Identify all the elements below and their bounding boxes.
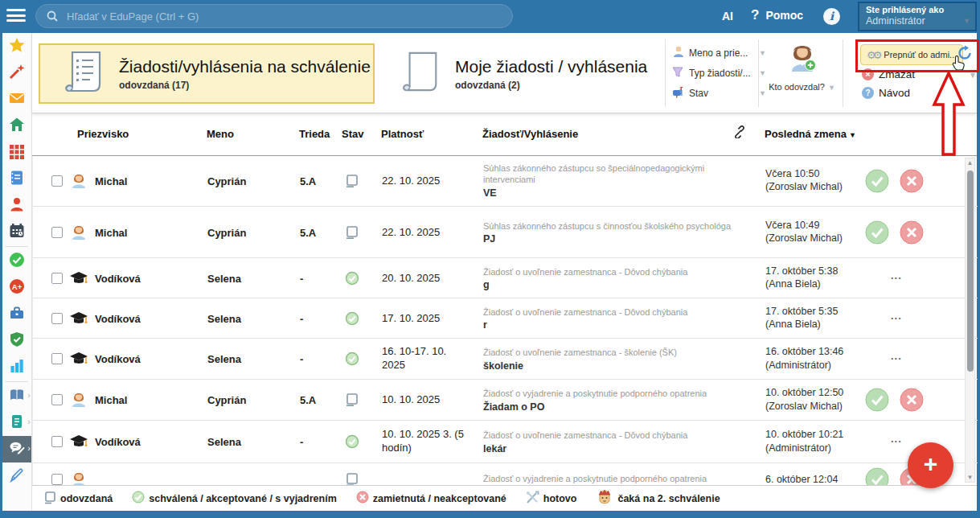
request-cell[interactable]: Súhlas zákonného zástupcu so špeciálnope… — [483, 162, 748, 199]
sidebar-item-substitution[interactable] — [2, 192, 31, 219]
col-validity[interactable]: Platnosť — [381, 128, 424, 140]
scrollbar-thumb[interactable] — [967, 171, 974, 372]
global-search[interactable] — [35, 4, 513, 28]
more-actions-button[interactable]: ... — [891, 350, 902, 362]
table-row[interactable]: Michal Cyprián 5.A 22. 10. 2025 Súhlas z… — [33, 207, 978, 258]
row-checkbox[interactable] — [51, 313, 63, 324]
tab-my-requests[interactable]: Moje žiadosti / vyhlásenia odovzdaná (2) — [386, 43, 666, 104]
request-cell[interactable]: Súhlas zákonného zástupcu s činnosťou šk… — [483, 220, 748, 245]
question-circle-icon — [862, 87, 874, 99]
last-change-cell: 10. október 12:50(Zoroslav Michal) — [765, 386, 878, 413]
chevron-down-icon — [828, 84, 835, 92]
col-name[interactable]: Meno — [207, 128, 234, 140]
approve-button[interactable] — [865, 169, 889, 196]
guide-button[interactable]: Návod — [862, 87, 910, 99]
reject-button[interactable] — [900, 169, 924, 196]
logged-in-user-menu[interactable]: Ste prihlásený ako Administrátor ▼ — [858, 2, 977, 31]
add-request-fab[interactable]: + — [908, 442, 953, 488]
sidebar-item-statistics[interactable] — [2, 354, 31, 380]
sidebar-item-wizard[interactable] — [2, 60, 31, 86]
more-actions-button[interactable]: ... — [891, 269, 902, 282]
sidebar-item-home[interactable] — [2, 113, 31, 139]
chat-requests-icon — [8, 439, 26, 460]
help-button[interactable]: ? Pomoc — [751, 9, 803, 22]
filter-who-submitted[interactable]: Kto odovzdal? — [768, 41, 836, 92]
filter-status[interactable]: Stav — [671, 83, 766, 103]
briefcase-icon — [8, 304, 26, 325]
rejected-x-icon — [356, 491, 369, 506]
class-cell: 5.A — [300, 226, 316, 238]
request-cell[interactable]: Žiadosť o uvoľnenie zamestnanca - Dôvod … — [483, 306, 748, 331]
bar-chart-icon — [8, 357, 26, 378]
info-icon[interactable]: i — [823, 8, 840, 25]
sidebar-item-messages[interactable] — [2, 86, 31, 113]
sidebar-item-reports[interactable] — [2, 409, 31, 436]
legend-waiting: čaká na 2. schválenie — [596, 487, 720, 509]
request-cell[interactable]: Žiadosť o uvoľnenie zamestnanca - školen… — [483, 347, 748, 372]
table-row[interactable]: Vodíková Selena - 10. 10. 2025 3. (5 hod… — [33, 421, 978, 463]
sidebar-item-editor[interactable] — [2, 462, 31, 489]
status-icon — [345, 472, 359, 485]
table-row[interactable]: Vodíková Selena - 20. 10. 2025 Žiadosť o… — [33, 258, 978, 298]
envelope-icon — [8, 89, 26, 110]
approved-check-icon — [132, 491, 145, 506]
col-request[interactable]: Žiadosť/Vyhlásenie — [482, 128, 578, 140]
approve-button[interactable] — [865, 467, 889, 485]
table-row[interactable]: Michal Cyprián 5.A 22. 10. 2025 Súhlas z… — [33, 155, 978, 207]
tab-requests-to-approve[interactable]: Žiadosti/vyhlásenia na schválenie odovzd… — [39, 43, 375, 104]
row-checkbox[interactable] — [51, 394, 63, 405]
approve-button[interactable] — [865, 388, 889, 415]
filter-panel: Meno a prie... Typ žiadosti/... Stav — [671, 43, 766, 103]
row-checkbox[interactable] — [51, 436, 63, 447]
row-checkbox[interactable] — [51, 273, 63, 284]
sidebar-item-library[interactable] — [2, 383, 31, 409]
approve-button[interactable] — [865, 220, 889, 248]
last-change-cell: 17. október 5:38(Anna Biela) — [765, 265, 878, 292]
sidebar-item-classbook[interactable] — [2, 166, 31, 192]
more-actions-button[interactable]: ... — [891, 433, 902, 445]
row-checkbox[interactable] — [51, 353, 63, 364]
last-change-cell: Včera 10:49(Zoroslav Michal) — [765, 219, 878, 246]
table-row[interactable]: Michal Cyprián 5.A 10. 10. 2025 Žiadosť … — [33, 380, 978, 421]
filter-type[interactable]: Typ žiadosti/... — [671, 63, 766, 83]
row-checkbox[interactable] — [51, 175, 63, 187]
sidebar-item-calendar[interactable] — [2, 219, 31, 245]
table-header: Priezvisko Meno Trieda Stav Platnosť Žia… — [32, 113, 977, 156]
scroll-down-icon[interactable] — [966, 474, 974, 481]
ai-button[interactable]: AI — [722, 10, 733, 23]
hamburger-menu-icon[interactable] — [6, 9, 26, 23]
sidebar-item-agenda[interactable] — [2, 301, 31, 327]
vertical-scrollbar[interactable] — [965, 158, 975, 483]
filter-name[interactable]: Meno a prie... — [671, 43, 766, 63]
col-surname[interactable]: Priezvisko — [77, 128, 129, 140]
reject-button[interactable] — [900, 388, 924, 415]
switch-to-admin-button[interactable]: ⚙⚙ Prepnúť do admi... — [860, 44, 963, 65]
request-cell[interactable]: Žiadosť o vyjadrenie a poskytnutie podpo… — [483, 388, 748, 413]
refresh-icon[interactable] — [957, 45, 973, 64]
search-input[interactable] — [65, 10, 486, 23]
sidebar-item-admin[interactable] — [2, 327, 31, 354]
table-row[interactable]: Vodíková Selena - 17. 10. 2025 Žiadosť o… — [33, 298, 978, 339]
signed-in-user: Administrátor — [866, 15, 969, 27]
more-actions-button[interactable]: ... — [891, 310, 902, 322]
row-checkbox[interactable] — [51, 227, 63, 238]
sidebar-item-timetable[interactable] — [2, 139, 31, 166]
col-last-change[interactable]: Posledná zmena — [765, 128, 856, 140]
reject-button[interactable] — [900, 220, 924, 248]
sidebar-item-grades[interactable]: A+ — [2, 274, 31, 301]
delete-button[interactable]: Zmazať — [862, 68, 916, 80]
sidebar-item-requests-active[interactable] — [2, 436, 31, 462]
col-class[interactable]: Trieda — [299, 128, 330, 140]
request-cell[interactable]: Žiadosť o uvoľnenie zamestnanca - Dôvod … — [483, 265, 748, 290]
sidebar-item-attendance[interactable] — [2, 248, 31, 274]
sidebar-item-favorites[interactable] — [2, 33, 31, 60]
svg-text:A+: A+ — [12, 282, 23, 290]
request-cell[interactable]: Žiadosť o vyjadrenie a poskytnutie podpo… — [483, 473, 748, 485]
request-cell[interactable]: Žiadosť o uvoľnenie zamestnanca - Dôvod … — [483, 430, 748, 454]
last-change-cell: 10. október 10:21(Administrátor) — [765, 428, 878, 455]
row-checkbox[interactable] — [51, 474, 63, 485]
table-row[interactable]: Žiadosť o vyjadrenie a poskytnutie podpo… — [33, 463, 978, 485]
table-row[interactable]: Vodíková Selena - 16. 10-17. 10. 2025 Ži… — [33, 339, 978, 380]
col-status[interactable]: Stav — [342, 128, 363, 140]
scroll-up-icon[interactable] — [966, 159, 974, 166]
